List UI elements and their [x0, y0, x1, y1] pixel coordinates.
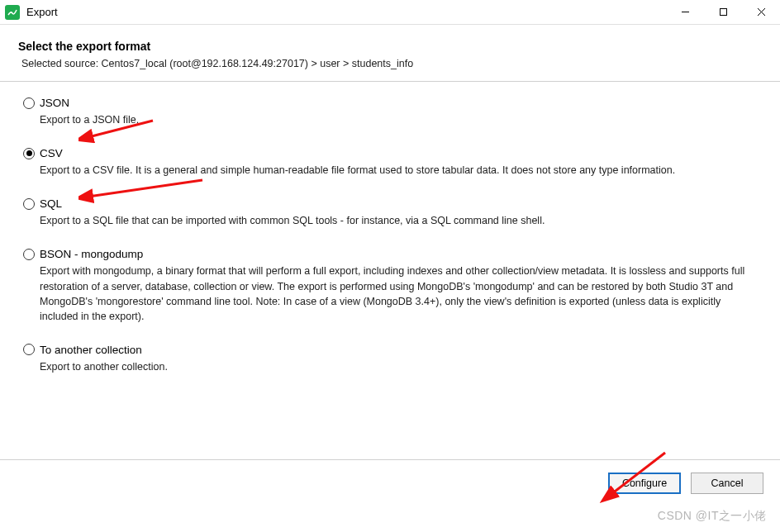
dialog-header: Select the export format Selected source… — [0, 25, 780, 82]
page-title: Select the export format — [18, 40, 762, 53]
option-bson[interactable]: BSON - mongodump Export with mongodump, … — [23, 248, 762, 324]
option-json[interactable]: JSON Export to a JSON file. — [23, 97, 762, 127]
radio-csv[interactable] — [23, 148, 35, 159]
option-bson-desc: Export with mongodump, a binary format t… — [40, 264, 762, 324]
option-csv-desc: Export to a CSV file. It is a general an… — [40, 163, 762, 178]
dialog-footer: Configure Cancel — [0, 460, 780, 506]
option-another-label: To another collection — [40, 344, 142, 356]
configure-button[interactable]: Configure — [608, 473, 681, 494]
configure-button-label: Configure — [622, 477, 667, 489]
radio-another[interactable] — [23, 344, 35, 355]
radio-json[interactable] — [23, 97, 35, 109]
option-csv[interactable]: CSV Export to a CSV file. It is a genera… — [23, 147, 762, 178]
option-another-desc: Export to another collection. — [40, 359, 762, 374]
option-json-label: JSON — [40, 97, 69, 109]
option-sql-desc: Export to a SQL file that can be importe… — [40, 213, 762, 228]
cancel-button[interactable]: Cancel — [691, 473, 763, 494]
selected-source-label: Selected source: Centos7_local (root@192… — [18, 58, 762, 69]
radio-sql[interactable] — [23, 198, 35, 210]
titlebar: Export — [0, 0, 780, 25]
cancel-button-label: Cancel — [711, 477, 744, 489]
maximize-button[interactable] — [704, 0, 742, 25]
window-title: Export — [26, 6, 666, 18]
app-icon — [5, 5, 20, 20]
watermark: CSDN @IT之一小佬 — [658, 509, 767, 524]
window-controls — [666, 0, 780, 25]
minimize-button[interactable] — [666, 0, 704, 25]
option-json-desc: Export to a JSON file. — [40, 112, 762, 127]
option-sql-label: SQL — [40, 197, 62, 210]
option-another-collection[interactable]: To another collection Export to another … — [23, 344, 762, 374]
close-button[interactable] — [742, 0, 780, 25]
option-sql[interactable]: SQL Export to a SQL file that can be imp… — [23, 197, 762, 228]
export-options: JSON Export to a JSON file. CSV Export t… — [0, 82, 780, 460]
option-csv-label: CSV — [40, 147, 63, 159]
svg-rect-1 — [720, 9, 726, 16]
radio-bson[interactable] — [23, 249, 35, 260]
option-bson-label: BSON - mongodump — [40, 248, 143, 260]
